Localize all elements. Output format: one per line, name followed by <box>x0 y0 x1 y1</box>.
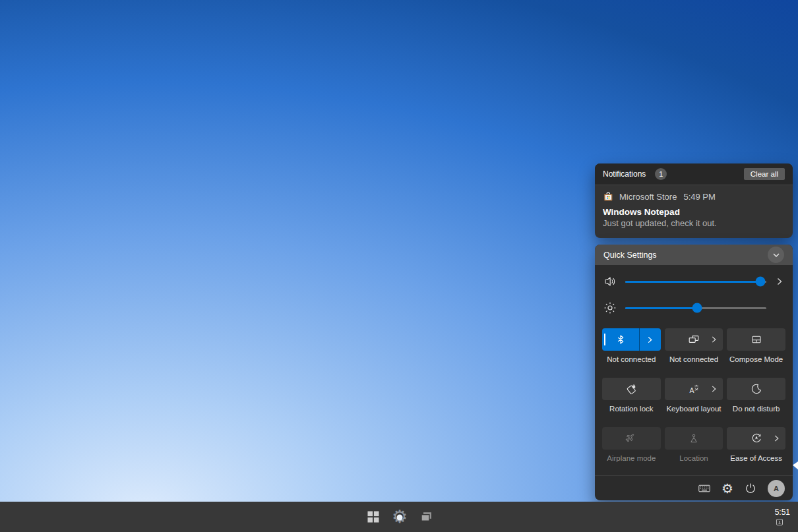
taskbar: ⚙ 5:51 <box>0 502 798 532</box>
touch-keyboard-button[interactable] <box>698 482 711 495</box>
settings-button[interactable]: ⚙ <box>721 482 733 495</box>
tile-compose-mode[interactable] <box>727 328 785 351</box>
tile-label-bluetooth: Not connected <box>602 355 661 365</box>
volume-expand-chevron-icon[interactable] <box>774 278 785 285</box>
connect-chevron-icon <box>710 336 718 343</box>
start-button[interactable] <box>360 502 386 532</box>
notification-app-name: Microsoft Store <box>619 192 677 202</box>
bluetooth-icon[interactable] <box>602 328 639 351</box>
brightness-slider-row <box>595 297 793 318</box>
notification-title: Windows Notepad <box>603 207 785 217</box>
ease-of-access-icon <box>751 432 762 444</box>
notifications-header: Notifications 1 Clear all <box>595 163 793 185</box>
volume-slider[interactable] <box>625 281 766 283</box>
user-avatar[interactable]: A <box>768 480 785 497</box>
mouse-cursor <box>792 459 798 473</box>
quick-settings-header: Quick Settings <box>595 245 793 265</box>
notifications-count-badge: 1 <box>655 168 667 180</box>
tile-airplane-mode[interactable] <box>602 427 661 450</box>
tile-label-compose-mode: Compose Mode <box>727 355 785 365</box>
notification-body: Just got updated, check it out. <box>603 218 785 228</box>
quick-settings-panel: Quick Settings <box>595 245 793 500</box>
brightness-slider-thumb[interactable] <box>692 303 702 313</box>
rotation-lock-icon <box>625 383 637 395</box>
avatar-letter: A <box>774 485 779 492</box>
tile-connect-display[interactable] <box>665 328 723 351</box>
windows-logo-icon <box>367 511 379 523</box>
tile-ease-of-access[interactable] <box>727 427 785 450</box>
location-icon <box>688 432 700 444</box>
ease-of-access-chevron-icon <box>773 435 780 442</box>
tile-label-location: Location <box>665 454 723 463</box>
taskbar-clock[interactable]: 5:51 <box>775 508 793 517</box>
tile-bluetooth[interactable] <box>602 328 661 351</box>
svg-text:A: A <box>689 386 694 394</box>
brightness-icon <box>603 301 617 314</box>
bluetooth-expand-button[interactable] <box>639 328 661 351</box>
volume-slider-thumb[interactable] <box>756 277 766 287</box>
brightness-slider[interactable] <box>625 307 766 309</box>
speaker-icon <box>603 275 617 288</box>
notification-time: 5:49 PM <box>683 192 715 202</box>
tray-icon[interactable] <box>776 518 793 526</box>
task-view-button[interactable] <box>413 502 439 532</box>
desktop[interactable]: Notifications 1 Clear all Micros <box>0 0 798 532</box>
quick-settings-tiles: Not connected Not connected <box>602 328 785 463</box>
tile-label-airplane-mode: Airplane mode <box>602 454 661 463</box>
tile-label-do-not-disturb: Do not disturb <box>727 405 785 414</box>
quick-settings-title: Quick Settings <box>603 251 657 260</box>
tile-label-ease-of-access: Ease of Access <box>727 454 785 463</box>
tile-label-connect: Not connected <box>665 355 723 365</box>
collapse-button[interactable] <box>768 247 784 263</box>
microsoft-store-icon <box>603 191 614 202</box>
airplane-icon <box>625 432 637 444</box>
quick-settings-footer: ⚙ A <box>595 476 793 500</box>
notifications-panel: Notifications 1 Clear all Micros <box>595 163 793 238</box>
chevron-down-icon <box>772 251 780 259</box>
power-button[interactable] <box>744 482 757 495</box>
notifications-title: Notifications <box>603 169 646 179</box>
settings-app-gear-icon: ⚙ <box>392 508 408 526</box>
connect-display-icon <box>688 334 700 345</box>
task-view-icon <box>420 511 433 523</box>
tile-do-not-disturb[interactable] <box>727 378 785 400</box>
tile-rotation-lock[interactable] <box>602 378 661 400</box>
notification-item[interactable]: Microsoft Store 5:49 PM Windows Notepad … <box>595 185 793 228</box>
moon-icon <box>751 383 762 395</box>
tile-keyboard-layout[interactable]: A <box>665 378 723 400</box>
keyboard-layout-icon: A <box>688 383 700 395</box>
volume-slider-row <box>595 271 793 292</box>
tile-label-rotation-lock: Rotation lock <box>602 405 661 414</box>
keyboard-layout-chevron-icon <box>710 386 718 393</box>
touchpad-icon <box>751 334 762 345</box>
taskbar-settings-app[interactable]: ⚙ <box>386 502 413 532</box>
tile-label-keyboard-layout: Keyboard layout <box>665 405 723 414</box>
clear-all-button[interactable]: Clear all <box>744 168 785 180</box>
text-cursor <box>604 334 605 345</box>
tile-location[interactable] <box>665 427 723 450</box>
gear-icon: ⚙ <box>721 482 733 495</box>
